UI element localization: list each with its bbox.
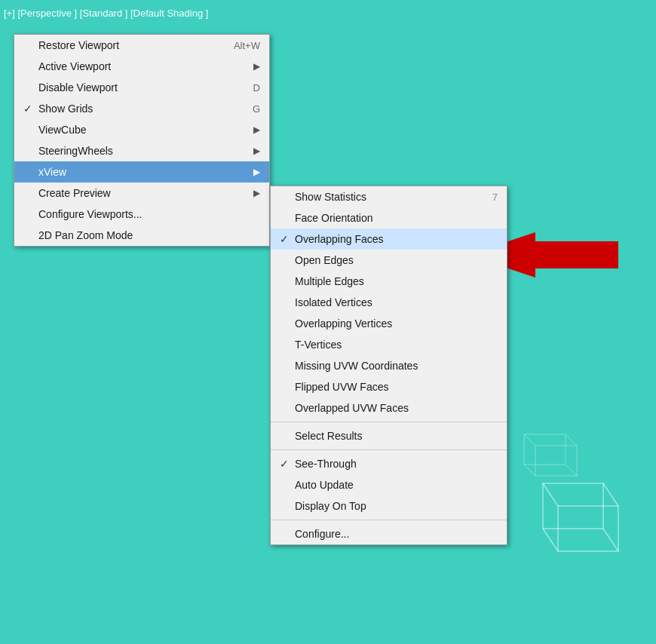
menu-divider — [271, 449, 507, 450]
submenu-label-t-vertices: T-Vertices — [295, 339, 498, 351]
svg-line-10 — [524, 465, 535, 476]
menu-label-2d-pan-zoom: 2D Pan Zoom Mode — [38, 229, 260, 241]
menu-label-active-viewport: Active Viewport — [38, 60, 253, 72]
submenu-item-overlapped-uvw[interactable]: Overlapped UVW Faces — [271, 397, 507, 419]
secondary-context-menu: Show Statistics7Face Orientation✓Overlap… — [270, 186, 507, 545]
menu-item-restore-viewport[interactable]: Restore ViewportAlt+W — [14, 35, 269, 56]
menu-label-steeringwheels: SteeringWheels — [38, 145, 253, 157]
submenu-label-overlapping-vertices: Overlapping Vertices — [295, 317, 498, 330]
submenu-label-select-results: Select Results — [295, 430, 498, 442]
submenu-label-overlapped-uvw: Overlapped UVW Faces — [295, 402, 498, 414]
menu-item-xview[interactable]: xView▶ — [14, 161, 269, 182]
svg-line-11 — [566, 465, 577, 476]
primary-context-menu: Restore ViewportAlt+WActive Viewport▶Dis… — [14, 34, 270, 247]
menu-item-2d-pan-zoom[interactable]: 2D Pan Zoom Mode — [14, 225, 269, 246]
submenu-item-face-orientation[interactable]: Face Orientation — [271, 207, 507, 228]
menu-shortcut-disable-viewport: D — [253, 82, 260, 94]
submenu-item-see-through[interactable]: ✓See-Through — [271, 453, 507, 474]
submenu-item-open-edges[interactable]: Open Edges — [271, 250, 507, 271]
submenu-check-see-through: ✓ — [280, 458, 295, 470]
submenu-label-missing-uvw: Missing UVW Coordinates — [295, 360, 498, 372]
submenu-label-see-through: See-Through — [295, 458, 498, 470]
svg-line-9 — [566, 434, 577, 446]
menu-arrow-viewcube: ▶ — [253, 124, 260, 135]
menu-arrow-create-preview: ▶ — [253, 188, 260, 198]
submenu-check-overlapping-faces: ✓ — [280, 233, 295, 245]
menu-arrow-active-viewport: ▶ — [253, 61, 260, 72]
svg-line-5 — [603, 529, 618, 551]
submenu-item-flipped-uvw[interactable]: Flipped UVW Faces — [271, 376, 507, 397]
svg-rect-7 — [535, 446, 577, 476]
submenu-label-open-edges: Open Edges — [295, 254, 498, 266]
submenu-label-configure: Configure... — [295, 528, 498, 540]
submenu-item-display-on-top[interactable]: Display On Top — [271, 495, 507, 517]
svg-line-4 — [543, 529, 558, 551]
menu-item-create-preview[interactable]: Create Preview▶ — [14, 182, 269, 204]
menu-label-configure-viewports: Configure Viewports... — [38, 208, 260, 220]
menu-divider — [271, 422, 507, 422]
submenu-label-flipped-uvw: Flipped UVW Faces — [295, 381, 498, 393]
submenu-item-show-statistics[interactable]: Show Statistics7 — [271, 186, 507, 207]
menu-label-show-grids: Show Grids — [38, 103, 238, 115]
menu-item-configure-viewports[interactable]: Configure Viewports... — [14, 204, 269, 225]
submenu-label-isolated-vertices: Isolated Vertices — [295, 296, 498, 308]
menu-label-xview: xView — [38, 166, 253, 178]
menu-item-viewcube[interactable]: ViewCube▶ — [14, 119, 269, 140]
menu-label-viewcube: ViewCube — [38, 124, 253, 136]
menu-arrow-xview: ▶ — [253, 167, 260, 177]
submenu-label-overlapping-faces: Overlapping Faces — [295, 233, 498, 245]
menu-item-disable-viewport[interactable]: Disable ViewportD — [14, 77, 269, 98]
submenu-item-auto-update[interactable]: Auto Update — [271, 474, 507, 495]
svg-rect-6 — [524, 434, 566, 465]
svg-line-3 — [603, 483, 618, 506]
submenu-item-t-vertices[interactable]: T-Vertices — [271, 334, 507, 355]
submenu-item-select-results[interactable]: Select Results — [271, 425, 507, 446]
menu-arrow-steeringwheels: ▶ — [253, 146, 260, 156]
svg-line-8 — [524, 434, 535, 446]
submenu-label-auto-update: Auto Update — [295, 479, 498, 491]
menu-item-active-viewport[interactable]: Active Viewport▶ — [14, 56, 269, 77]
menu-shortcut-show-grids: G — [253, 103, 260, 115]
viewport-wireframe-2 — [520, 431, 596, 493]
menu-shortcut-restore-viewport: Alt+W — [234, 40, 260, 51]
submenu-item-multiple-edges[interactable]: Multiple Edges — [271, 271, 507, 292]
menu-item-steeringwheels[interactable]: SteeringWheels▶ — [14, 140, 269, 161]
viewport-wireframe — [520, 476, 641, 599]
menu-label-disable-viewport: Disable Viewport — [38, 81, 238, 94]
viewport-label: [+] [Perspective ] [Standard ] [Default … — [4, 8, 208, 19]
submenu-item-missing-uvw[interactable]: Missing UVW Coordinates — [271, 355, 507, 376]
submenu-label-display-on-top: Display On Top — [295, 500, 498, 512]
submenu-shortcut-show-statistics: 7 — [492, 192, 498, 203]
submenu-item-isolated-vertices[interactable]: Isolated Vertices — [271, 292, 507, 313]
submenu-item-configure[interactable]: Configure... — [271, 523, 507, 544]
menu-check-show-grids: ✓ — [23, 103, 38, 115]
submenu-item-overlapping-faces[interactable]: ✓Overlapping Faces — [271, 228, 507, 250]
menu-divider — [271, 520, 507, 520]
submenu-label-show-statistics: Show Statistics — [295, 191, 477, 203]
submenu-item-overlapping-vertices[interactable]: Overlapping Vertices — [271, 313, 507, 334]
menu-label-restore-viewport: Restore Viewport — [38, 39, 219, 51]
submenu-label-face-orientation: Face Orientation — [295, 212, 498, 224]
menu-label-create-preview: Create Preview — [38, 187, 253, 199]
submenu-label-multiple-edges: Multiple Edges — [295, 275, 498, 287]
menu-item-show-grids[interactable]: ✓Show GridsG — [14, 98, 269, 119]
